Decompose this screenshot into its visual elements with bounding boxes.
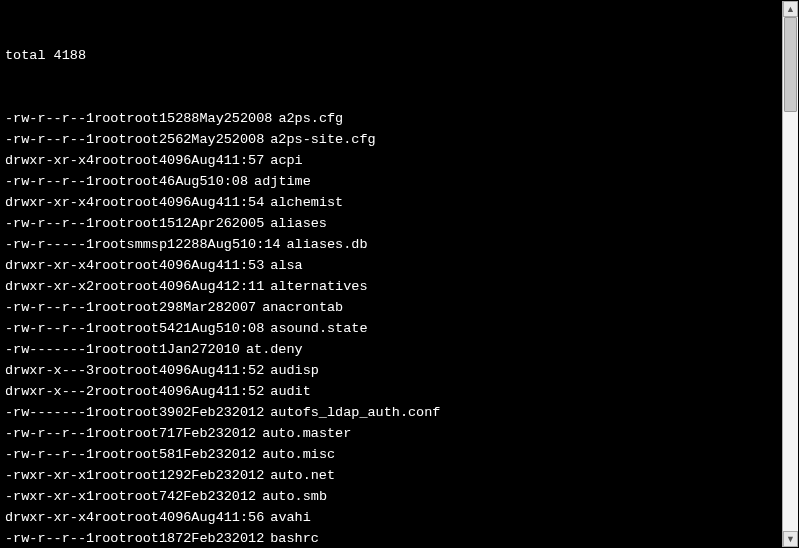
owner-cell: root	[94, 216, 126, 231]
group-cell: smmsp	[127, 237, 168, 252]
size-cell: 46	[159, 174, 175, 189]
owner-cell: root	[94, 300, 126, 315]
size-cell: 298	[159, 300, 183, 315]
size-cell: 4096	[159, 279, 191, 294]
scroll-down-button[interactable]: ▼	[783, 531, 798, 547]
listing-row: -rwxr-xr-x1rootroot742Feb232012auto.smb	[5, 486, 782, 507]
listing-row: -rw-------1rootroot3902Feb232012autofs_l…	[5, 402, 782, 423]
group-cell: root	[127, 132, 159, 147]
time-cell: 11:56	[224, 510, 265, 525]
day-cell: 5	[216, 321, 224, 336]
links-cell: 2	[86, 384, 94, 399]
filename-cell: a2ps.cfg	[272, 111, 343, 126]
size-cell: 717	[159, 426, 183, 441]
listing-row: drwxr-xr-x4rootroot4096Aug411:57acpi	[5, 150, 782, 171]
time-cell: 11:54	[224, 195, 265, 210]
time-cell: 2005	[232, 216, 264, 231]
group-cell: root	[127, 321, 159, 336]
time-cell: 10:08	[224, 321, 265, 336]
size-cell: 5421	[159, 321, 191, 336]
group-cell: root	[127, 405, 159, 420]
day-cell: 5	[199, 174, 207, 189]
owner-cell: root	[94, 405, 126, 420]
permissions-cell: -rw-r--r--	[5, 300, 86, 315]
month-cell: Aug	[191, 363, 215, 378]
filename-cell: auto.smb	[256, 489, 327, 504]
time-cell: 11:52	[224, 363, 265, 378]
listing-row: -rw-r-----1rootsmmsp12288Aug510:14aliase…	[5, 234, 782, 255]
owner-cell: root	[94, 237, 126, 252]
links-cell: 4	[86, 258, 94, 273]
terminal-output[interactable]: total 4188 -rw-r--r--1rootroot15288May25…	[1, 1, 782, 547]
owner-cell: root	[94, 489, 126, 504]
time-cell: 12:11	[224, 279, 265, 294]
owner-cell: root	[94, 153, 126, 168]
permissions-cell: -rw-r--r--	[5, 447, 86, 462]
month-cell: Aug	[191, 195, 215, 210]
day-cell: 5	[232, 237, 240, 252]
listing-row: drwxr-x---2rootroot4096Aug411:52audit	[5, 381, 782, 402]
owner-cell: root	[94, 531, 126, 546]
month-cell: Feb	[191, 531, 215, 546]
group-cell: root	[127, 174, 159, 189]
day-cell: 25	[224, 111, 240, 126]
owner-cell: root	[94, 279, 126, 294]
scrollbar-track[interactable]	[783, 17, 798, 531]
group-cell: root	[127, 468, 159, 483]
terminal-window: total 4188 -rw-r--r--1rootroot15288May25…	[0, 0, 799, 548]
day-cell: 26	[216, 216, 232, 231]
permissions-cell: -rw-r--r--	[5, 132, 86, 147]
size-cell: 742	[159, 489, 183, 504]
owner-cell: root	[94, 258, 126, 273]
group-cell: root	[127, 426, 159, 441]
owner-cell: root	[94, 321, 126, 336]
links-cell: 3	[86, 363, 94, 378]
day-cell: 27	[191, 342, 207, 357]
links-cell: 1	[86, 468, 94, 483]
month-cell: Apr	[191, 216, 215, 231]
filename-cell: alsa	[264, 258, 302, 273]
listing-row: -rw-r--r--1rootroot1872Feb232012bashrc	[5, 528, 782, 547]
permissions-cell: -rwxr-xr-x	[5, 489, 86, 504]
size-cell: 4096	[159, 195, 191, 210]
time-cell: 2008	[240, 111, 272, 126]
size-cell: 581	[159, 447, 183, 462]
time-cell: 11:57	[224, 153, 265, 168]
filename-cell: aliases.db	[281, 237, 368, 252]
size-cell: 15288	[159, 111, 200, 126]
filename-cell: audit	[264, 384, 311, 399]
listing-row: -rw-------1rootroot1Jan272010at.deny	[5, 339, 782, 360]
links-cell: 1	[86, 405, 94, 420]
size-cell: 4096	[159, 384, 191, 399]
day-cell: 4	[216, 279, 224, 294]
links-cell: 1	[86, 174, 94, 189]
month-cell: Aug	[191, 153, 215, 168]
scroll-up-button[interactable]: ▲	[783, 1, 798, 17]
time-cell: 2012	[232, 531, 264, 546]
filename-cell: auto.master	[256, 426, 351, 441]
time-cell: 10:08	[208, 174, 249, 189]
day-cell: 23	[216, 468, 232, 483]
month-cell: Jan	[167, 342, 191, 357]
day-cell: 4	[216, 384, 224, 399]
month-cell: Feb	[191, 468, 215, 483]
time-cell: 10:14	[240, 237, 281, 252]
filename-cell: aliases	[264, 216, 327, 231]
day-cell: 23	[216, 531, 232, 546]
owner-cell: root	[94, 384, 126, 399]
month-cell: Aug	[191, 279, 215, 294]
day-cell: 23	[208, 426, 224, 441]
group-cell: root	[127, 363, 159, 378]
vertical-scrollbar[interactable]: ▲ ▼	[782, 1, 798, 547]
permissions-cell: drwxr-xr-x	[5, 258, 86, 273]
month-cell: Aug	[208, 237, 232, 252]
scrollbar-thumb[interactable]	[784, 17, 797, 112]
links-cell: 1	[86, 426, 94, 441]
links-cell: 1	[86, 216, 94, 231]
group-cell: root	[127, 531, 159, 546]
links-cell: 1	[86, 132, 94, 147]
listing-row: drwxr-xr-x4rootroot4096Aug411:56avahi	[5, 507, 782, 528]
time-cell: 2007	[224, 300, 256, 315]
month-cell: Feb	[183, 447, 207, 462]
day-cell: 4	[216, 195, 224, 210]
